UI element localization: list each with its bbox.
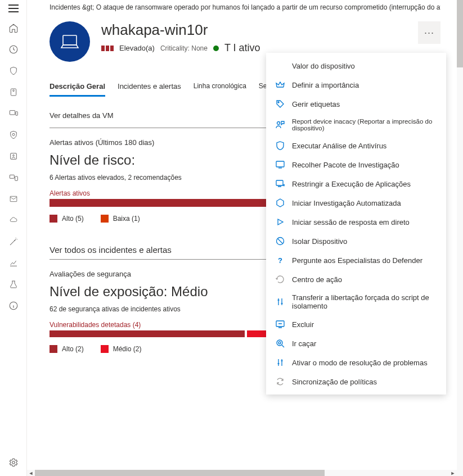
home-icon[interactable]: [8, 22, 19, 34]
menu-troubleshoot-mode[interactable]: Ativar o modo de resolução de problemas: [266, 353, 446, 372]
breadcrumb[interactable]: Incidentes &gt; O ataque de ransomware o…: [50, 0, 440, 21]
risk-bars-icon: [101, 46, 114, 51]
legend-low: Baixa (1): [101, 215, 140, 223]
svg-rect-10: [10, 196, 17, 201]
vuln-bar: [50, 330, 286, 337]
device-actions-menu: Valor do dispositivo Definir a importânc…: [266, 53, 446, 395]
svg-rect-13: [63, 35, 77, 45]
sliders-icon: [275, 357, 285, 368]
monitor-icon: [275, 160, 285, 170]
svg-point-21: [278, 342, 281, 344]
legend-vuln-med: Médio (2): [101, 345, 142, 353]
main-content: Incidentes &gt; O ataque de ransomware o…: [27, 0, 463, 476]
svg-point-15: [277, 122, 280, 125]
tag-icon: [275, 99, 285, 109]
devices-icon[interactable]: [8, 108, 19, 119]
sliders-icon: [275, 297, 285, 307]
restrict-icon: [275, 179, 285, 189]
svg-rect-3: [10, 111, 15, 115]
cloud-icon[interactable]: [8, 215, 19, 226]
left-nav-rail: [0, 0, 27, 476]
menu-auto-investigation[interactable]: Iniciar Investigação Automatizada: [266, 193, 446, 212]
menu-manage-tags[interactable]: Gerir etiquetas: [266, 94, 446, 114]
svg-point-14: [278, 102, 279, 103]
svg-rect-9: [15, 176, 17, 180]
menu-download-script[interactable]: Transferir a libertação forçada do scrip…: [266, 289, 446, 315]
horizontal-scrollbar[interactable]: ◄ ►: [27, 470, 457, 476]
menu-run-antivirus[interactable]: Executar Análise de Antivírus: [266, 136, 446, 155]
menu-report-inaccuracy[interactable]: Report device inacacy (Reportar a imprec…: [266, 114, 446, 136]
svg-rect-17: [276, 180, 283, 185]
svg-point-7: [12, 155, 14, 156]
legend-color-high: [50, 345, 57, 353]
tab-timeline[interactable]: Linha cronológica: [194, 82, 246, 97]
svg-rect-8: [10, 175, 14, 178]
link-devices-icon[interactable]: [8, 172, 19, 183]
menu-collect-package[interactable]: Recolher Pacote de Investigação: [266, 155, 446, 174]
divider: [50, 128, 280, 128]
device-name: whakapa-win10r: [101, 21, 407, 39]
shield-check-icon[interactable]: [8, 129, 19, 140]
menu-live-response[interactable]: Iniciar sessão de resposta em direto: [266, 212, 446, 232]
chart-icon[interactable]: [8, 257, 19, 269]
menu-action-center[interactable]: Centro de ação: [266, 270, 446, 289]
menu-ask-experts[interactable]: ?Pergunte aos Especialistas do Defender: [266, 251, 446, 270]
shield-outline-icon: [275, 140, 285, 151]
crown-icon: [275, 80, 285, 90]
sync-icon: [275, 377, 285, 387]
legend-color-high: [50, 215, 57, 223]
inventory-icon[interactable]: [8, 87, 19, 98]
alerts-bar: [50, 199, 275, 207]
menu-set-importance[interactable]: Definir a importância: [266, 75, 446, 94]
mail-icon[interactable]: [8, 193, 19, 205]
criticality-label: Criticality: None: [160, 44, 208, 52]
menu-exclude[interactable]: Excluir: [266, 315, 446, 334]
lab-icon[interactable]: [8, 279, 19, 290]
wand-icon[interactable]: [8, 236, 19, 247]
person-feedback-icon: [275, 120, 285, 130]
tab-overview[interactable]: Descrição Geral: [50, 82, 105, 97]
menu-device-value[interactable]: Valor do dispositivo: [266, 56, 446, 75]
scroll-right-arrow[interactable]: ►: [449, 470, 457, 476]
clock-icon[interactable]: [8, 44, 19, 55]
play-icon: [275, 217, 285, 227]
contacts-icon[interactable]: [8, 151, 19, 162]
risk-level-label: Elevado(a): [119, 44, 155, 52]
block-icon: [275, 236, 285, 246]
scroll-left-arrow[interactable]: ◄: [27, 470, 35, 476]
svg-point-5: [12, 133, 15, 135]
svg-point-12: [12, 461, 15, 464]
more-actions-button[interactable]: ···: [418, 21, 440, 44]
vertical-scrollbar[interactable]: [457, 0, 463, 476]
shield-icon[interactable]: [8, 65, 19, 76]
legend-color-low: [101, 215, 109, 223]
menu-isolate-device[interactable]: Isolar Dispositivo: [266, 232, 446, 251]
menu-policy-sync[interactable]: Sincronização de políticas: [266, 372, 446, 391]
legend-color-med: [101, 345, 109, 353]
menu-go-hunt[interactable]: Ir caçar: [266, 334, 446, 353]
divider: [50, 259, 280, 260]
legend-high: Alto (5): [50, 215, 84, 223]
device-avatar: [50, 21, 90, 62]
svg-rect-4: [16, 112, 17, 116]
status-text: T I ativo: [224, 42, 260, 54]
settings-icon[interactable]: [8, 457, 19, 468]
blank-icon: [275, 61, 285, 71]
status-dot-icon: [213, 46, 219, 51]
legend-vuln-high: Alto (2): [50, 345, 84, 353]
menu-restrict-apps[interactable]: Restringir a Execução de Aplicações: [266, 174, 446, 193]
svg-point-2: [12, 90, 14, 92]
svg-rect-16: [276, 161, 284, 167]
history-icon: [275, 274, 285, 284]
info-icon[interactable]: [8, 300, 19, 311]
monitor-minus-icon: [275, 319, 285, 329]
hamburger-menu-icon[interactable]: [8, 4, 19, 12]
svg-point-20: [277, 340, 282, 346]
hexagon-icon: [275, 198, 285, 208]
tab-incidents[interactable]: Incidentes e alertas: [118, 82, 181, 97]
question-icon: ?: [275, 255, 285, 265]
target-icon: [275, 338, 285, 348]
